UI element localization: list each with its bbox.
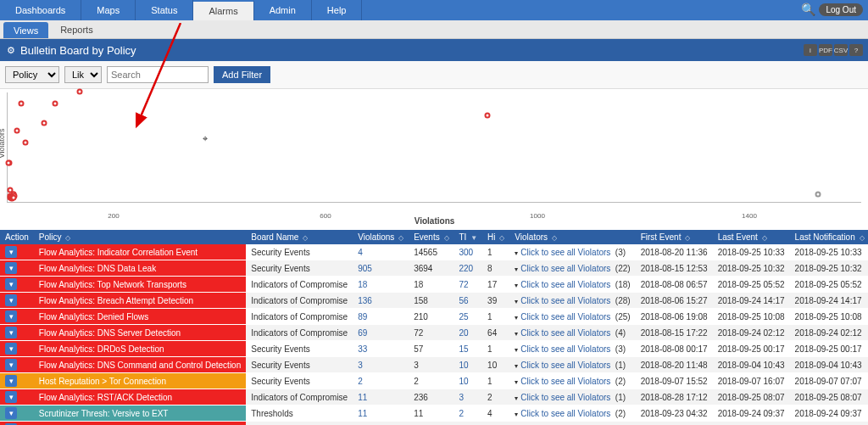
expand-icon[interactable]: ▾ [515, 394, 518, 402]
row-action-button[interactable]: ▾ [5, 310, 17, 322]
expand-icon[interactable]: ▾ [515, 249, 518, 257]
cell-ti[interactable]: 20 [459, 328, 469, 338]
violators-link[interactable]: Click to see all Violators [520, 361, 610, 370]
chart-point[interactable] [22, 140, 28, 146]
expand-icon[interactable]: ▾ [515, 330, 518, 338]
col-ti[interactable]: TI ▼ [454, 230, 483, 244]
col-hi[interactable]: Hi ◇ [482, 230, 509, 244]
row-action-button[interactable]: ▾ [5, 375, 17, 387]
cell-ti[interactable]: 15 [459, 344, 469, 354]
violators-link[interactable]: Click to see all Violators [520, 328, 610, 338]
cell-violations[interactable]: 3 [358, 361, 363, 370]
expand-icon[interactable]: ▾ [515, 362, 518, 370]
nav-tab-alarms[interactable]: Alarms [193, 0, 253, 20]
row-action-button[interactable]: ▾ [5, 407, 17, 419]
chart-point[interactable] [10, 194, 16, 200]
chart-point[interactable] [6, 159, 12, 165]
row-action-button[interactable]: ▾ [5, 327, 17, 338]
cell-violations[interactable]: 11 [358, 393, 367, 402]
violators-link[interactable]: Click to see all Violators [520, 393, 610, 402]
chart-point[interactable] [815, 191, 821, 197]
violators-link[interactable]: Click to see all Violators [520, 280, 610, 289]
expand-icon[interactable]: ▾ [515, 411, 518, 418]
cell-violations[interactable]: 18 [358, 280, 367, 289]
filter-op-select[interactable]: Like [64, 66, 102, 83]
expand-icon[interactable]: ▾ [515, 378, 518, 386]
nav-tab-admin[interactable]: Admin [254, 0, 312, 20]
cell-ti[interactable]: 2 [459, 409, 465, 418]
cell-policy[interactable]: Flow Analytics: DNS Data Leak [34, 260, 246, 277]
cell-violations[interactable]: 33 [358, 344, 367, 354]
cell-ti[interactable]: 220 [459, 264, 474, 273]
header-icon-i[interactable]: i [804, 44, 817, 56]
cell-violations[interactable]: 136 [358, 296, 372, 305]
cell-ti[interactable]: 10 [459, 377, 469, 386]
cell-violations[interactable]: 89 [358, 312, 367, 322]
expand-icon[interactable]: ▾ [515, 282, 518, 289]
col-violators[interactable]: Violators ◇ [509, 230, 635, 244]
nav-tab-help[interactable]: Help [312, 0, 363, 20]
violators-link[interactable]: Click to see all Violators [520, 296, 610, 305]
expand-icon[interactable]: ▾ [515, 266, 518, 273]
scatter-chart[interactable]: Violators Violations 0246810121416182022… [7, 92, 861, 203]
nav-tab-dashboards[interactable]: Dashboards [0, 0, 81, 20]
row-action-button[interactable]: ▾ [5, 294, 17, 306]
col-events[interactable]: Events ◇ [409, 230, 453, 244]
nav-tab-status[interactable]: Status [136, 0, 193, 20]
row-action-button[interactable]: ▾ [5, 391, 17, 403]
cell-policy[interactable]: Scrutinizer Thresh: Versive to EXT [34, 405, 246, 422]
chart-point[interactable] [52, 100, 58, 106]
col-first-event[interactable]: First Event ◇ [636, 230, 713, 244]
chart-point[interactable] [18, 100, 24, 106]
cell-policy[interactable]: Flow Analytics: Breach Attempt Detection [34, 293, 246, 309]
violators-link[interactable]: Click to see all Violators [520, 409, 610, 418]
cell-ti[interactable]: 3 [459, 393, 465, 402]
expand-icon[interactable]: ▾ [515, 346, 518, 354]
row-action-button[interactable]: ▾ [5, 343, 17, 355]
cell-policy[interactable]: Host Reputation > Tor Connection [34, 373, 246, 389]
row-action-button[interactable]: ▾ [5, 359, 17, 371]
cell-ti[interactable]: 56 [459, 296, 469, 305]
row-action-button[interactable]: ▾ [5, 246, 17, 258]
col-violations[interactable]: Violations ◇ [353, 230, 409, 244]
cell-policy[interactable]: Flow Analytics: Denied Flows [34, 309, 246, 325]
logout-button[interactable]: Log Out [819, 3, 863, 16]
chart-point[interactable] [14, 128, 20, 134]
filter-field-select[interactable]: Policy [5, 66, 59, 83]
expand-icon[interactable]: ▾ [515, 314, 518, 322]
add-filter-button[interactable]: Add Filter [214, 66, 270, 83]
cell-violations[interactable]: 4 [358, 248, 363, 257]
header-icon-csv[interactable]: CSV [834, 44, 848, 56]
cell-violations[interactable]: 11 [358, 409, 367, 418]
col-policy[interactable]: Policy ◇ [34, 230, 246, 244]
cell-policy[interactable]: Flow Analytics: RST/ACK Detection [34, 389, 246, 405]
cell-ti[interactable]: 300 [459, 248, 474, 257]
cell-violations[interactable]: 2 [358, 377, 363, 386]
subtab-reports[interactable]: Reports [50, 20, 103, 38]
cell-policy[interactable]: Flow Analytics: DRDoS Detection [34, 341, 246, 357]
gear-icon[interactable]: ⚙ [7, 45, 15, 56]
cell-policy[interactable]: Flow Analytics: DNS Server Detection [34, 325, 246, 341]
col-last-notification[interactable]: Last Notification ◇ [790, 230, 868, 244]
col-board-name[interactable]: Board Name ◇ [246, 230, 353, 244]
violators-link[interactable]: Click to see all Violators [520, 264, 610, 273]
header-icon-?[interactable]: ? [849, 44, 863, 56]
cell-policy[interactable]: Flow Analytics: Top Network Transports [34, 277, 246, 293]
expand-icon[interactable]: ▾ [515, 298, 518, 305]
cell-policy[interactable]: Flow Analytics: DNS Command and Control … [34, 357, 246, 373]
nav-tab-maps[interactable]: Maps [81, 0, 136, 20]
chart-point[interactable] [42, 120, 47, 126]
chart-point[interactable] [484, 112, 490, 118]
header-icon-pdf[interactable]: PDF [819, 44, 832, 56]
row-action-button[interactable]: ▾ [5, 262, 17, 274]
cell-policy[interactable]: Flow Analytics: Indicator Correlation Ev… [34, 244, 246, 260]
cell-violations[interactable]: 905 [358, 264, 372, 273]
col-action[interactable]: Action [0, 230, 34, 244]
violators-link[interactable]: Click to see all Violators [520, 377, 610, 386]
row-action-button[interactable]: ▾ [5, 278, 17, 290]
search-input[interactable] [107, 66, 209, 83]
cell-ti[interactable]: 72 [459, 280, 469, 289]
cell-ti[interactable]: 10 [459, 361, 469, 370]
cell-violations[interactable]: 69 [358, 328, 367, 338]
search-icon[interactable]: 🔍 [801, 3, 815, 16]
